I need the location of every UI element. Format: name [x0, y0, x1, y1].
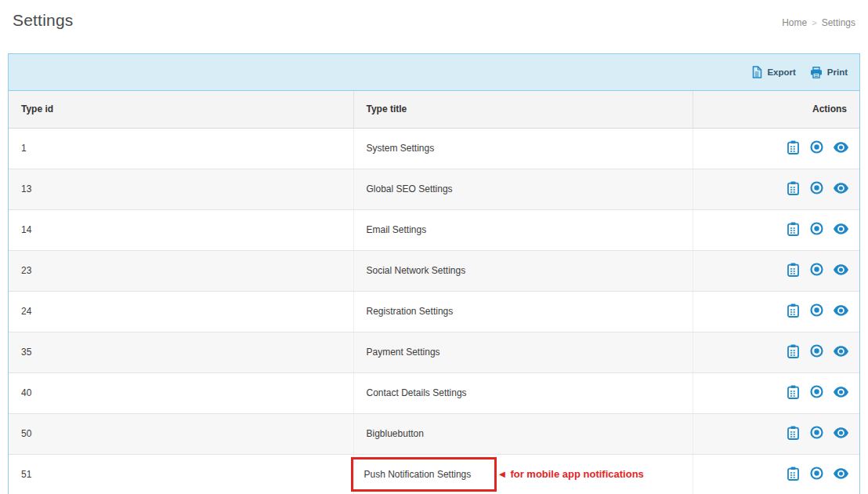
cell-type-title: Registration Settings	[353, 291, 693, 332]
status-action-button[interactable]	[810, 303, 823, 319]
details-action-button[interactable]	[787, 140, 799, 157]
type-title-highlight-box: Social Network Settings	[367, 265, 466, 276]
dot-circle-icon	[810, 426, 823, 439]
type-title-highlight-box: Push Notification Settings	[351, 457, 497, 492]
type-title-highlight-box: Bigbluebutton	[367, 428, 424, 439]
cell-actions	[693, 291, 859, 332]
view-action-button[interactable]	[834, 468, 848, 481]
cell-type-id: 13	[9, 169, 353, 209]
cell-type-title: Global SEO Settings	[353, 169, 693, 209]
export-file-icon	[751, 66, 762, 78]
view-action-button[interactable]	[834, 387, 848, 400]
export-button[interactable]: Export	[751, 66, 795, 78]
details-action-button[interactable]	[787, 426, 799, 442]
details-action-button[interactable]	[787, 181, 799, 198]
column-header-type-id: Type id	[9, 91, 353, 128]
status-action-button[interactable]	[810, 467, 823, 482]
view-action-button[interactable]	[834, 346, 848, 359]
clipboard-icon	[787, 426, 799, 440]
clipboard-icon	[787, 303, 799, 318]
details-action-button[interactable]	[787, 303, 799, 320]
status-action-button[interactable]	[810, 344, 823, 360]
type-title-text: System Settings	[367, 143, 435, 154]
breadcrumb-home-link[interactable]: Home	[782, 17, 807, 28]
table-row: 35 Payment Settings	[9, 332, 859, 372]
type-title-text: Push Notification Settings	[364, 469, 472, 480]
type-title-text: Email Settings	[367, 224, 427, 235]
breadcrumb: Home > Settings	[782, 11, 855, 28]
cell-actions	[693, 209, 859, 250]
eye-icon	[834, 346, 848, 357]
cell-type-id: 23	[9, 250, 353, 291]
settings-table-panel: Export Print Type id Type title Actions	[8, 53, 860, 494]
details-action-button[interactable]	[787, 344, 799, 361]
status-action-button[interactable]	[810, 385, 823, 401]
column-header-type-title: Type title	[353, 91, 693, 128]
dot-circle-icon	[810, 303, 823, 317]
table-row: 1 System Settings	[9, 128, 859, 169]
status-action-button[interactable]	[810, 426, 823, 441]
eye-icon	[834, 264, 848, 275]
annotation-text: for mobile app notifications	[510, 468, 643, 480]
cell-type-title: System Settings	[353, 128, 693, 169]
table-row: 24 Registration Settings	[9, 291, 859, 332]
cell-actions	[693, 128, 859, 169]
cell-type-title: Push Notification Settings◄for mobile ap…	[353, 454, 693, 494]
type-title-highlight-box: Contact Details Settings	[367, 387, 467, 398]
view-action-button[interactable]	[834, 305, 848, 318]
clipboard-icon	[787, 385, 799, 399]
view-action-button[interactable]	[834, 223, 848, 237]
type-title-highlight-box: Email Settings	[367, 224, 427, 235]
table-toolbar: Export Print	[9, 54, 859, 91]
annotation-arrow-icon: ◄	[497, 469, 508, 479]
cell-type-id: 51	[9, 454, 353, 494]
breadcrumb-current: Settings	[822, 17, 855, 28]
details-action-button[interactable]	[787, 385, 799, 401]
status-action-button[interactable]	[810, 181, 823, 197]
cell-type-id: 14	[9, 209, 353, 250]
clipboard-icon	[787, 263, 799, 277]
dot-circle-icon	[810, 222, 823, 235]
type-title-highlight-box: Registration Settings	[367, 306, 454, 317]
status-action-button[interactable]	[810, 222, 823, 238]
clipboard-icon	[787, 222, 799, 236]
page-header: Settings Home > Settings	[0, 0, 868, 42]
eye-icon	[834, 142, 848, 153]
cell-type-id: 24	[9, 291, 353, 332]
cell-actions	[693, 372, 859, 413]
view-action-button[interactable]	[834, 142, 848, 155]
breadcrumb-separator: >	[812, 18, 816, 27]
status-action-button[interactable]	[810, 140, 823, 156]
eye-icon	[834, 468, 848, 479]
details-action-button[interactable]	[787, 222, 799, 238]
print-button[interactable]: Print	[810, 67, 848, 78]
view-action-button[interactable]	[834, 183, 848, 196]
cell-type-title: Email Settings	[353, 209, 693, 250]
type-title-text: Social Network Settings	[367, 265, 466, 276]
cell-actions	[693, 169, 859, 209]
table-header-row: Type id Type title Actions	[9, 91, 859, 128]
eye-icon	[834, 305, 848, 316]
type-title-text: Bigbluebutton	[367, 428, 424, 439]
cell-actions	[693, 250, 859, 291]
cell-actions	[693, 332, 859, 372]
details-action-button[interactable]	[787, 263, 799, 279]
printer-icon	[810, 67, 823, 78]
status-action-button[interactable]	[810, 263, 823, 278]
annotation-wrap: ◄for mobile app notifications	[497, 468, 644, 480]
cell-type-id: 35	[9, 332, 353, 372]
dot-circle-icon	[810, 263, 823, 276]
type-title-text: Global SEO Settings	[367, 183, 453, 194]
cell-type-title: Contact Details Settings	[353, 372, 693, 413]
table-row: 50 Bigbluebutton	[9, 413, 859, 454]
cell-type-id: 50	[9, 413, 353, 454]
cell-type-id: 40	[9, 372, 353, 413]
view-action-button[interactable]	[834, 264, 848, 278]
eye-icon	[834, 223, 848, 234]
clipboard-icon	[787, 140, 799, 154]
cell-actions	[693, 454, 859, 494]
details-action-button[interactable]	[787, 467, 799, 483]
cell-type-title: Bigbluebutton	[353, 413, 693, 454]
view-action-button[interactable]	[834, 427, 848, 441]
column-header-actions: Actions	[693, 91, 859, 128]
